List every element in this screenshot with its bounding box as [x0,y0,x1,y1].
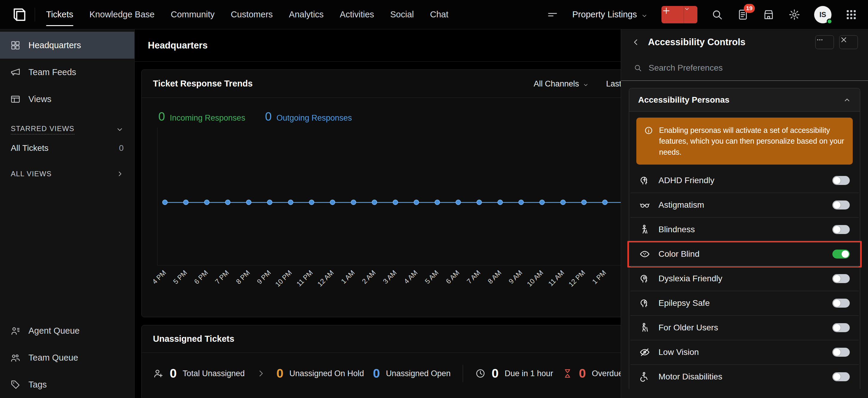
stat-value: 0 [579,366,586,380]
motor-icon [639,371,650,382]
personas-info-banner: Enabling personas will activate a set of… [636,118,853,164]
stat-unassigned-on-hold: 0Unassigned On Hold [277,366,364,380]
astigmatism-icon [639,200,650,210]
nav-item-knowledge-base[interactable]: Knowledge Base [82,0,163,29]
marketplace-icon[interactable] [763,9,775,21]
chevron-right-icon [256,368,266,378]
sidebar-item-views[interactable]: Views [0,86,134,113]
nav-item-tickets[interactable]: Tickets [38,0,82,29]
stat-label: Unassigned On Hold [289,369,364,378]
clock-icon [475,368,486,379]
plus-icon[interactable] [661,6,684,23]
personas-section-title: Accessibility Personas [638,95,730,105]
nav-item-activities[interactable]: Activities [332,0,382,29]
close-panel-button[interactable] [839,35,858,49]
low-vision-eye-icon [639,347,650,358]
accessibility-personas-section: Accessibility Personas Enabling personas… [629,88,860,389]
toggle-color-blind[interactable] [832,250,850,258]
apps-grid-icon[interactable] [845,9,857,21]
settings-gear-icon[interactable] [788,9,800,21]
stat-label: Unassigned Open [386,369,451,378]
blindness-icon [639,224,650,235]
app-logo-icon[interactable] [11,6,28,23]
banner-text: Enabling personas will activate a set of… [659,125,845,157]
toggle-epilepsy-safe[interactable] [832,299,850,308]
stat-due-in-1-hour: 0Due in 1 hour [475,366,553,380]
personas-section-header[interactable]: Accessibility Personas [629,88,860,112]
persona-row-dyslexia-friendly: Dyslexia Friendly [630,266,859,291]
toggle-astigmatism[interactable] [832,201,850,210]
dyslexia-icon [639,273,650,284]
persona-row-low-vision: Low Vision [630,340,859,365]
topbar-right: Property Listings 19 IS [547,6,857,23]
preferences-search [621,55,868,81]
dashboard-grid-icon [10,40,21,51]
stat-value: 0 [492,366,499,380]
workspace-selector[interactable]: Property Listings [572,9,648,20]
persona-label: Blindness [658,225,832,234]
all-views-label: ALL VIEWS [11,170,52,178]
chevron-down-icon[interactable] [116,126,124,133]
nav-item-analytics[interactable]: Analytics [281,0,332,29]
page-title: Headquarters [148,40,208,51]
sidebar-item-team-feeds[interactable]: Team Feeds [0,59,134,86]
toggle-blindness[interactable] [832,225,850,234]
nav-item-social[interactable]: Social [382,0,422,29]
nav-item-chat[interactable]: Chat [422,0,457,29]
nav-item-customers[interactable]: Customers [223,0,281,29]
legend-outgoing: 0 Outgoing Responses [265,110,352,123]
chevron-up-icon[interactable] [843,96,851,104]
nav-item-community[interactable]: Community [162,0,223,29]
data-point [414,200,419,205]
list-toggle-icon[interactable] [547,9,559,21]
starred-views-header[interactable]: STARRED VIEWS [0,113,134,139]
more-options-button[interactable] [815,35,834,49]
sidebar-item-team-queue[interactable]: Team Queue [0,344,134,371]
search-icon [633,64,642,72]
sidebar-item-all-tickets[interactable]: All Tickets 0 [0,139,134,158]
chevron-right-icon[interactable] [116,170,124,178]
search-icon[interactable] [711,9,723,21]
stat-label: Total Unassigned [183,369,245,378]
stat-label: Due in 1 hour [505,369,553,378]
notification-badge: 19 [744,4,755,13]
person-add-icon [153,368,164,379]
persona-label: Motor Disabilities [658,372,832,381]
sidebar-item-label: Agent Queue [28,326,80,336]
notifications-icon[interactable]: 19 [737,9,749,21]
channel-filter[interactable]: All Channels [534,70,589,98]
chevron-down-icon [641,11,648,18]
user-avatar[interactable]: IS [814,6,832,23]
sidebar-item-headquarters[interactable]: Headquarters [0,32,134,59]
create-options-caret[interactable] [684,6,698,23]
persona-label: Dyslexia Friendly [658,274,832,283]
tag-icon [10,379,21,390]
data-point [309,200,314,205]
epilepsy-icon [639,298,650,308]
time-range-filter[interactable]: Last [606,70,621,98]
persona-label: Epilepsy Safe [658,298,832,308]
create-ticket-button[interactable] [661,6,698,23]
toggle-dyslexia-friendly[interactable] [832,274,850,283]
all-views-header[interactable]: ALL VIEWS [0,158,134,182]
sidebar-item-tags[interactable]: Tags [0,371,134,398]
app-window: TicketsKnowledge BaseCommunityCustomersA… [0,0,868,398]
stats-divider [463,365,463,382]
sidebar-item-label: Headquarters [28,40,81,50]
persona-row-astigmatism: Astigmatism [630,193,859,217]
toggle-adhd-friendly[interactable] [832,176,850,185]
back-chevron-icon[interactable] [631,37,641,47]
sidebar-item-label: Team Feeds [28,67,76,77]
toggle-motor-disabilities[interactable] [832,372,850,381]
online-status-dot [827,19,832,24]
toggle-low-vision[interactable] [832,348,850,357]
data-point [330,200,335,205]
data-point [435,200,440,205]
elderly-person-icon [639,322,650,333]
data-point [288,200,293,205]
persona-row-for-older-users: For Older Users [630,315,859,340]
sidebar-item-agent-queue[interactable]: Agent Queue [0,317,134,344]
toggle-for-older-users[interactable] [832,323,850,332]
search-preferences-input[interactable] [649,63,856,73]
unassigned-card-title: Unassigned Tickets [153,334,235,344]
